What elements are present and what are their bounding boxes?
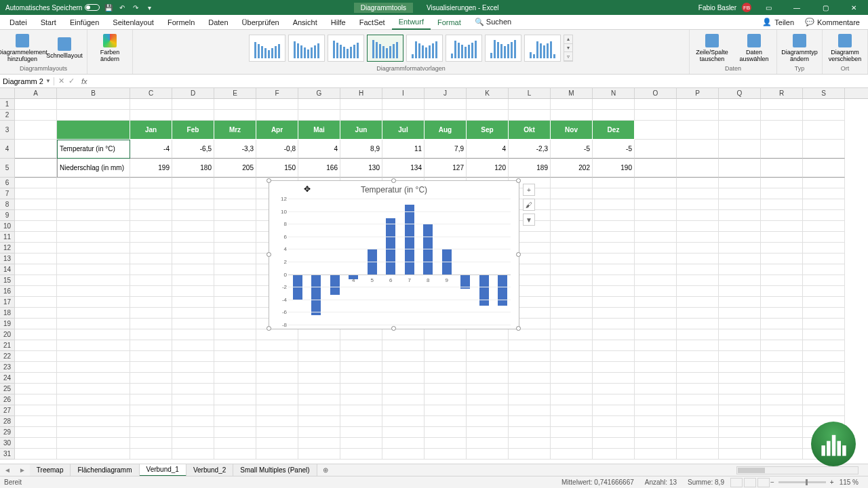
cell[interactable] bbox=[298, 405, 340, 416]
cell[interactable] bbox=[719, 449, 761, 460]
cell[interactable] bbox=[593, 297, 635, 308]
cell[interactable] bbox=[761, 449, 803, 460]
row-header[interactable]: 24 bbox=[0, 373, 15, 384]
cell[interactable] bbox=[593, 210, 635, 221]
chart-style-thumb[interactable] bbox=[328, 35, 364, 62]
row-header[interactable]: 7 bbox=[0, 188, 15, 199]
cell[interactable] bbox=[551, 221, 593, 232]
cell[interactable] bbox=[340, 405, 382, 416]
cell[interactable] bbox=[425, 438, 467, 449]
cell[interactable] bbox=[593, 188, 635, 199]
cell[interactable] bbox=[803, 319, 845, 329]
column-header[interactable]: E bbox=[214, 88, 256, 98]
cell[interactable] bbox=[15, 210, 57, 221]
cell[interactable] bbox=[172, 188, 214, 199]
column-header[interactable]: D bbox=[172, 88, 214, 98]
cell[interactable] bbox=[551, 351, 593, 362]
cell[interactable] bbox=[214, 178, 256, 188]
cell[interactable] bbox=[340, 384, 382, 394]
cell[interactable] bbox=[467, 405, 509, 416]
row-header[interactable]: 3 bbox=[0, 121, 15, 140]
cell[interactable] bbox=[677, 427, 719, 438]
cell[interactable] bbox=[761, 199, 803, 210]
cell[interactable] bbox=[761, 275, 803, 286]
cell[interactable] bbox=[130, 416, 172, 427]
cell[interactable] bbox=[214, 210, 256, 221]
cell[interactable] bbox=[172, 384, 214, 394]
cell[interactable] bbox=[761, 308, 803, 319]
cell[interactable] bbox=[340, 329, 382, 340]
cell[interactable] bbox=[551, 178, 593, 188]
cell[interactable] bbox=[57, 110, 130, 121]
cell[interactable] bbox=[719, 416, 761, 427]
cell[interactable] bbox=[761, 405, 803, 416]
cell[interactable] bbox=[803, 140, 845, 159]
cell[interactable] bbox=[593, 384, 635, 394]
cell[interactable] bbox=[719, 188, 761, 199]
chart-y-axis[interactable]: 121086420-2-4-6-8 bbox=[275, 199, 288, 323]
column-header[interactable]: I bbox=[382, 88, 425, 98]
cell[interactable] bbox=[214, 394, 256, 405]
cell[interactable] bbox=[677, 362, 719, 373]
cell[interactable] bbox=[593, 99, 635, 110]
cell[interactable] bbox=[298, 329, 340, 340]
row-header[interactable]: 29 bbox=[0, 427, 15, 438]
ribbon-tab-daten[interactable]: Daten bbox=[201, 15, 235, 30]
cell[interactable]: Okt bbox=[509, 121, 551, 140]
cell[interactable]: 4 bbox=[298, 140, 340, 159]
page-layout-view-button[interactable] bbox=[744, 478, 756, 487]
cell[interactable] bbox=[214, 416, 256, 427]
cell[interactable] bbox=[130, 286, 172, 297]
cell[interactable] bbox=[509, 449, 551, 460]
cell[interactable] bbox=[425, 340, 467, 351]
cell[interactable] bbox=[677, 384, 719, 394]
comments-button[interactable]: 💬Kommentare bbox=[800, 18, 865, 26]
cell[interactable] bbox=[509, 405, 551, 416]
cell[interactable] bbox=[57, 351, 130, 362]
cell[interactable]: Jan bbox=[130, 121, 172, 140]
close-button[interactable]: ✕ bbox=[842, 0, 865, 15]
cell[interactable] bbox=[214, 319, 256, 329]
cell[interactable] bbox=[214, 110, 256, 121]
column-header[interactable]: M bbox=[551, 88, 593, 98]
cell[interactable]: -6,5 bbox=[172, 140, 214, 159]
cell[interactable] bbox=[635, 110, 677, 121]
zoom-level[interactable]: 115 % bbox=[834, 479, 864, 486]
cell[interactable] bbox=[256, 394, 298, 405]
cell[interactable] bbox=[382, 329, 425, 340]
cell[interactable] bbox=[15, 362, 57, 373]
cell[interactable] bbox=[172, 110, 214, 121]
cell[interactable] bbox=[551, 329, 593, 340]
cell[interactable] bbox=[635, 384, 677, 394]
cell[interactable] bbox=[677, 221, 719, 232]
cell[interactable] bbox=[256, 110, 298, 121]
cell[interactable]: Feb bbox=[172, 121, 214, 140]
row-header[interactable]: 9 bbox=[0, 210, 15, 221]
cell[interactable] bbox=[677, 99, 719, 110]
chart-elements-button[interactable]: + bbox=[523, 184, 535, 196]
cell[interactable] bbox=[214, 253, 256, 264]
cell[interactable] bbox=[551, 243, 593, 253]
cell[interactable] bbox=[467, 438, 509, 449]
cell[interactable] bbox=[15, 319, 57, 329]
cell[interactable] bbox=[425, 110, 467, 121]
cell[interactable] bbox=[57, 221, 130, 232]
cell[interactable] bbox=[467, 384, 509, 394]
cell[interactable] bbox=[57, 438, 130, 449]
cell[interactable] bbox=[382, 110, 425, 121]
cell[interactable] bbox=[803, 308, 845, 319]
cell[interactable] bbox=[172, 405, 214, 416]
cell[interactable] bbox=[256, 416, 298, 427]
chart-style-thumb[interactable] bbox=[485, 35, 521, 62]
cell[interactable] bbox=[57, 394, 130, 405]
column-header[interactable]: N bbox=[593, 88, 635, 98]
cell[interactable] bbox=[467, 340, 509, 351]
cell[interactable] bbox=[803, 243, 845, 253]
column-header[interactable]: Q bbox=[719, 88, 761, 98]
cell[interactable] bbox=[635, 140, 677, 159]
cell[interactable]: Nov bbox=[551, 121, 593, 140]
cell[interactable] bbox=[172, 253, 214, 264]
cell[interactable] bbox=[635, 232, 677, 243]
cell[interactable] bbox=[551, 373, 593, 384]
cell[interactable] bbox=[635, 286, 677, 297]
